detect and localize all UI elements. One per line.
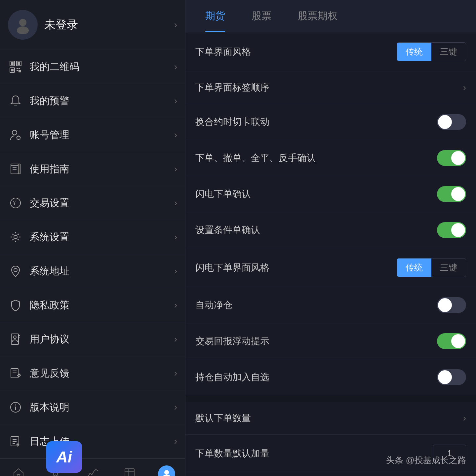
menu-item-trade-settings[interactable]: ¥ 交易设置 ›: [0, 186, 185, 220]
menu-label-account: 账号管理: [30, 128, 174, 142]
setting-label-order-style: 下单界面风格: [195, 46, 397, 58]
toggle-trade-float[interactable]: [437, 333, 466, 349]
setting-label-order-confirm: 下单、撤单、全平、反手确认: [195, 152, 437, 164]
style-option-three-key[interactable]: 三键: [431, 43, 466, 61]
svg-rect-7: [11, 69, 14, 71]
menu-label-agreement: 用户协议: [30, 333, 174, 346]
tab-futures[interactable]: 期货: [192, 0, 238, 32]
toggle-knob: [451, 151, 465, 165]
menu-section-2: 使用指南 › ¥ 交易设置 › 系统设置 › 系统地址 ›: [0, 152, 185, 458]
tab-bar: 期货 股票 股票期权: [185, 0, 476, 32]
bottom-nav: 首页 自选 行情 交易 我的: [0, 458, 185, 476]
book-icon: [8, 161, 23, 177]
chevron-icon: ›: [174, 232, 177, 242]
toggle-order-confirm[interactable]: [437, 150, 466, 166]
svg-text:¥: ¥: [13, 200, 16, 206]
yen-icon: ¥: [8, 195, 23, 211]
menu-label-feedback: 意见反馈: [30, 367, 174, 380]
setting-default-qty[interactable]: 默认下单数量 ›: [185, 402, 476, 435]
menu-label-privacy: 隐私政策: [30, 298, 174, 312]
svg-line-31: [19, 374, 20, 375]
tab-stocks[interactable]: 股票: [238, 0, 285, 32]
svg-rect-11: [19, 70, 21, 72]
setting-label-flash-order-confirm: 闪电下单确认: [195, 188, 437, 200]
qrcode-icon: [8, 59, 23, 74]
svg-point-25: [14, 336, 16, 338]
svg-rect-17: [18, 164, 20, 174]
chevron-icon: ›: [174, 96, 177, 106]
menu-item-agreement[interactable]: 用户协议 ›: [0, 322, 185, 356]
exchange-icon: [122, 465, 137, 476]
menu-label-alert: 我的预警: [30, 94, 174, 108]
menu-item-alert[interactable]: 我的预警 ›: [0, 84, 185, 118]
right-panel: 期货 股票 股票期权 下单界面风格 传统 三键 下单界面标签顺序 › 换合约时切…: [185, 0, 476, 476]
setting-label-contract-switch: 换合约时切卡联动: [195, 116, 437, 128]
svg-point-1: [17, 26, 29, 34]
setting-flash-order-confirm: 闪电下单确认: [185, 176, 476, 212]
svg-rect-5: [11, 62, 14, 65]
style-selector-order: 传统 三键: [397, 42, 466, 61]
setting-flash-order-style: 闪电下单界面风格 传统 三键: [185, 248, 476, 287]
chevron-icon: ›: [174, 436, 177, 447]
menu-section-1: 我的二维码 › 我的预警 › 账号管理 ›: [0, 50, 185, 152]
settings-content: 下单界面风格 传统 三键 下单界面标签顺序 › 换合约时切卡联动 下单、撤单、全…: [185, 32, 476, 476]
svg-point-22: [14, 235, 17, 239]
menu-item-feedback[interactable]: 意见反馈 ›: [0, 356, 185, 390]
menu-label-sys-settings: 系统设置: [30, 230, 174, 244]
pencil-doc-icon: [8, 366, 23, 381]
nav-home[interactable]: 首页: [0, 464, 37, 476]
menu-item-sys-addr[interactable]: 系统地址 ›: [0, 254, 185, 288]
person-circle-icon: [158, 465, 175, 476]
bell-icon: [8, 93, 23, 108]
chevron-icon: ›: [174, 368, 177, 378]
menu-label-trade-settings: 交易设置: [30, 196, 174, 210]
chevron-icon: ›: [174, 266, 177, 276]
svg-rect-8: [17, 68, 18, 69]
info-icon: [8, 400, 23, 415]
chevron-icon: ›: [174, 130, 177, 140]
nav-trade[interactable]: 交易: [111, 464, 148, 476]
toggle-contract-switch[interactable]: [437, 114, 466, 130]
setting-label-flash-order-style: 闪电下单界面风格: [195, 261, 397, 274]
setting-auto-split: 大单自动拆分: [185, 472, 476, 476]
toggle-flash-order-confirm[interactable]: [437, 186, 466, 202]
toggle-auto-watchlist[interactable]: [437, 369, 466, 385]
menu-item-account[interactable]: 账号管理 ›: [0, 118, 185, 152]
menu-item-version[interactable]: 版本说明 ›: [0, 390, 185, 424]
chevron-icon: ›: [174, 300, 177, 310]
toggle-condition-confirm[interactable]: [437, 222, 466, 238]
flash-style-option-three-key[interactable]: 三键: [431, 258, 466, 277]
style-selector-flash: 传统 三键: [397, 258, 466, 277]
svg-rect-10: [17, 70, 18, 71]
shield-icon: [8, 298, 23, 313]
toggle-auto-close[interactable]: [437, 297, 466, 313]
avatar: [8, 10, 38, 40]
menu-item-qrcode[interactable]: 我的二维码 ›: [0, 50, 185, 84]
setting-qty-increment: 下单数量默认加量 1: [185, 435, 476, 472]
chevron-icon: ›: [463, 413, 466, 423]
svg-rect-40: [125, 469, 134, 476]
user-chevron-icon: ›: [174, 20, 177, 30]
toggle-knob: [438, 370, 452, 384]
tab-stock-options[interactable]: 股票期权: [285, 0, 351, 32]
setting-label-trade-float: 交易回报浮动提示: [195, 335, 437, 347]
person-gear-icon: [8, 127, 23, 142]
flash-style-option-traditional[interactable]: 传统: [397, 258, 431, 277]
menu-item-privacy[interactable]: 隐私政策 ›: [0, 288, 185, 322]
svg-rect-9: [19, 68, 20, 69]
gear-icon: [8, 229, 23, 245]
user-header[interactable]: 未登录 ›: [0, 0, 185, 50]
left-panel: 未登录 › 我的二维码 › 我的预警 › 账号管理 ›: [0, 0, 185, 476]
menu-item-sys-settings[interactable]: 系统设置 ›: [0, 220, 185, 254]
qty-increment-input[interactable]: 1: [433, 445, 466, 462]
user-name: 未登录: [44, 17, 174, 32]
style-option-traditional[interactable]: 传统: [397, 43, 431, 61]
menu-item-guide[interactable]: 使用指南 ›: [0, 152, 185, 186]
menu-item-logs[interactable]: 日志上传 ›: [0, 424, 185, 458]
nav-mine[interactable]: 我的: [148, 464, 185, 476]
setting-contract-switch: 换合约时切卡联动: [185, 104, 476, 140]
chevron-icon: ›: [174, 164, 177, 174]
setting-trade-float: 交易回报浮动提示: [185, 323, 476, 359]
setting-order-tab-order[interactable]: 下单界面标签顺序 ›: [185, 71, 476, 104]
toggle-knob: [438, 115, 452, 129]
